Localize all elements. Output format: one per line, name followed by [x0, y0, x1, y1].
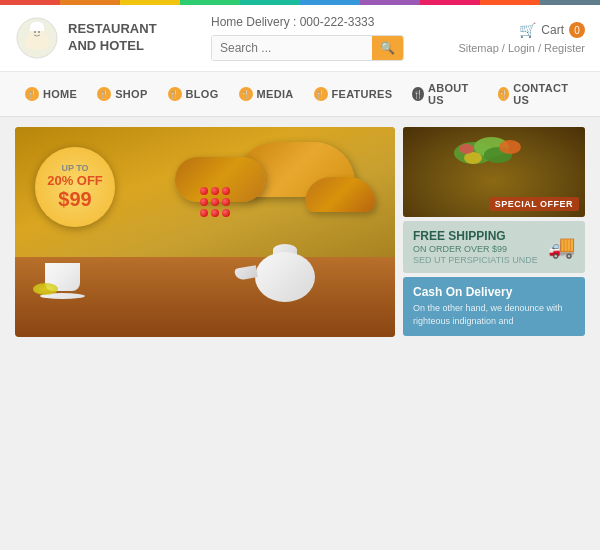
- nav-dot-shop: 🍴: [97, 87, 111, 101]
- phone-number: Home Delivery : 000-222-3333: [211, 15, 374, 29]
- free-shipping-panel: FREE SHIPPING ON ORDER OVER $99 SED UT P…: [403, 221, 585, 273]
- sidebar-panels: SPECIAL OFFER FREE SHIPPING ON ORDER OVE…: [403, 127, 585, 337]
- shipping-text-area: FREE SHIPPING ON ORDER OVER $99 SED UT P…: [413, 229, 540, 265]
- cash-delivery-panel: Cash On Delivery On the other hand, we d…: [403, 277, 585, 335]
- special-offer-panel: SPECIAL OFFER: [403, 127, 585, 217]
- bread-loaf-3: [305, 177, 375, 212]
- discount-up-to: UP TO: [61, 163, 88, 173]
- lemon-slice: [33, 283, 58, 295]
- svg-point-6: [38, 31, 40, 33]
- nav-item-about[interactable]: 🍴 ABOUT US: [402, 72, 487, 116]
- shipping-desc: SED UT PERSPICIATIS UNDE: [413, 255, 540, 265]
- cart-area[interactable]: 🛒 Cart 0: [519, 22, 585, 38]
- cart-label: Cart: [541, 23, 564, 37]
- teapot: [255, 252, 315, 302]
- nav-dot-home: 🍴: [25, 87, 39, 101]
- special-offer-badge: SPECIAL OFFER: [489, 197, 579, 211]
- discount-price: $99: [58, 188, 91, 211]
- cart-count: 0: [569, 22, 585, 38]
- truck-icon: 🚚: [548, 234, 575, 260]
- cash-delivery-title: Cash On Delivery: [413, 285, 575, 299]
- nav-item-features[interactable]: 🍴 FEATURES: [304, 77, 403, 111]
- search-box: 🔍: [211, 35, 404, 61]
- nav-item-contact[interactable]: 🍴 CONTACT US: [488, 72, 585, 116]
- discount-badge: UP TO 20% OFF $99: [35, 147, 115, 227]
- cash-delivery-desc: On the other hand, we denounce with righ…: [413, 302, 575, 327]
- nav-dot-media: 🍴: [239, 87, 253, 101]
- nav-item-blog[interactable]: 🍴 BLOG: [158, 77, 229, 111]
- sitemap-links[interactable]: Sitemap / Login / Register: [458, 42, 585, 54]
- nav-item-home[interactable]: 🍴 HOME: [15, 77, 87, 111]
- svg-point-5: [34, 31, 36, 33]
- main-content: UP TO 20% OFF $99 SPECIAL OFFER: [0, 117, 600, 347]
- logo-area: RESTAURANT AND HOTEL: [15, 16, 157, 61]
- search-input[interactable]: [212, 36, 372, 60]
- nav-dot-features: 🍴: [314, 87, 328, 101]
- berries-decoration: [200, 187, 240, 217]
- nav-dot-about: 🍴: [412, 87, 424, 101]
- nav-item-shop[interactable]: 🍴 SHOP: [87, 77, 157, 111]
- header: RESTAURANT AND HOTEL Home Delivery : 000…: [0, 5, 600, 72]
- logo-icon: [15, 16, 60, 61]
- nav-item-media[interactable]: 🍴 MEDIA: [229, 77, 304, 111]
- shipping-title: FREE SHIPPING: [413, 229, 540, 243]
- discount-percent: 20% OFF: [47, 173, 103, 188]
- special-offer-badge-wrap: SPECIAL OFFER: [489, 193, 579, 211]
- nav-dot-blog: 🍴: [168, 87, 182, 101]
- header-center: Home Delivery : 000-222-3333 🔍: [211, 15, 404, 61]
- header-right: 🛒 Cart 0 Sitemap / Login / Register: [458, 22, 585, 54]
- logo-text: RESTAURANT AND HOTEL: [68, 21, 157, 55]
- nav-dot-contact: 🍴: [498, 87, 510, 101]
- shipping-subtitle: ON ORDER OVER $99: [413, 244, 540, 254]
- nav-bar: 🍴 HOME 🍴 SHOP 🍴 BLOG 🍴 MEDIA 🍴 FEATURES …: [0, 72, 600, 117]
- cart-icon: 🛒: [519, 22, 536, 38]
- svg-rect-4: [30, 26, 44, 31]
- search-button[interactable]: 🔍: [372, 36, 403, 60]
- hero-banner: UP TO 20% OFF $99: [15, 127, 395, 337]
